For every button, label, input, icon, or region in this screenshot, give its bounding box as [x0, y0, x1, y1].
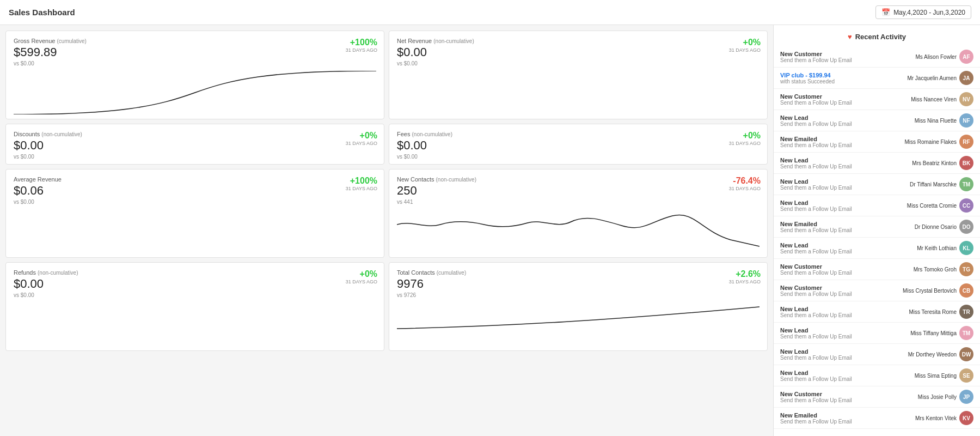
avatar-wrap: Miss Tiffany Mittiga TM	[908, 326, 973, 340]
avatar-name: Ms Alison Fowler	[915, 54, 957, 60]
sidebar-title: Recent Activity	[855, 33, 906, 41]
metric-label-discounts: Discounts (non-cumulative)	[14, 131, 376, 137]
activity-item: New Customer Send them a Follow Up Email…	[774, 46, 980, 68]
activity-type: New Lead	[780, 348, 908, 355]
page-title: Sales Dashboard	[9, 8, 75, 17]
metric-label-gross-revenue: Gross Revenue (cumulative)	[14, 38, 376, 44]
metric-card-refunds: Refunds (non-cumulative) $0.00 vs $0.00 …	[5, 262, 384, 351]
chart-gross-revenue	[14, 71, 376, 114]
activity-type: New Customer	[780, 391, 908, 397]
chart-total-contacts	[397, 302, 759, 346]
activity-item: New Lead Send them a Follow Up Email Dr …	[774, 174, 980, 195]
metric-vs-average-revenue: vs $0.00	[14, 199, 376, 205]
avatar: DW	[959, 347, 973, 361]
sidebar-header: ♥ Recent Activity	[774, 31, 980, 46]
activity-type: New Customer	[780, 51, 908, 57]
avatar-wrap: Dr Tiffani Marschke TM	[908, 177, 973, 191]
metric-vs-discounts: vs $0.00	[14, 154, 376, 160]
avatar: CB	[959, 283, 973, 298]
avatar-name: Miss Nina Fluette	[915, 118, 957, 124]
date-range-label: May,4,2020 - Jun,3,2020	[893, 9, 965, 16]
metric-value-refunds: $0.00	[14, 277, 376, 291]
avatar-name: Mrs Tomoko Groh	[914, 267, 957, 272]
metric-label-refunds: Refunds (non-cumulative)	[14, 269, 376, 276]
avatar: CC	[959, 198, 973, 213]
heart-icon: ♥	[848, 33, 852, 41]
avatar-wrap: Mr Dorthey Weedon DW	[908, 347, 973, 361]
metric-badge-total-contacts: +2.6% 31 DAYS AGO	[729, 269, 761, 284]
avatar-name: Miss Sima Epting	[915, 373, 957, 379]
avatar-name: Mrs Beatriz Kinton	[912, 160, 957, 166]
avatar-name: Mrs Kenton Vitek	[915, 415, 957, 421]
metric-vs-new-contacts: vs 441	[397, 199, 759, 205]
avatar-wrap: Miss Romaine Flakes RF	[904, 135, 973, 149]
activity-item: New Customer Send them a Follow Up Email…	[774, 280, 980, 301]
activity-info: New Lead Send them a Follow Up Email	[780, 348, 908, 361]
avatar: NV	[959, 92, 973, 106]
avatar-wrap: Ms Alison Fowler AF	[908, 50, 973, 64]
avatar-name: Miss Tiffany Mittiga	[910, 330, 957, 336]
metric-badge-new-contacts: -76.4% 31 DAYS AGO	[729, 176, 761, 191]
activity-info: New Customer Send them a Follow Up Email	[780, 391, 908, 403]
badge-sub-fees: 31 DAYS AGO	[729, 141, 761, 146]
metric-card-discounts: Discounts (non-cumulative) $0.00 vs $0.0…	[5, 124, 384, 165]
metric-label-fees: Fees (non-cumulative)	[397, 131, 759, 137]
activity-sub: Send them a Follow Up Email	[780, 164, 908, 169]
date-range-picker[interactable]: 📅 May,4,2020 - Jun,3,2020	[875, 5, 971, 19]
succeeded-badge: Succeeded	[807, 78, 835, 84]
activity-info: New Emailed Send them a Follow Up Email	[780, 136, 904, 148]
activity-info: New Customer Send them a Follow Up Email	[780, 263, 908, 276]
avatar: RF	[959, 135, 973, 149]
metric-value-fees: $0.00	[397, 138, 759, 153]
sidebar: ♥ Recent Activity New Customer Send them…	[773, 25, 980, 436]
activity-type: New Lead	[780, 199, 907, 206]
badge-sub-discounts: 31 DAYS AGO	[346, 141, 377, 146]
activity-sub: Send them a Follow Up Email	[780, 142, 904, 148]
avatar: JA	[959, 71, 973, 85]
metric-card-net-revenue: Net Revenue (non-cumulative) $0.00 vs $0…	[389, 31, 768, 119]
avatar-name: Miss Josie Polly	[918, 394, 957, 400]
badge-sub-new-contacts: 31 DAYS AGO	[729, 186, 761, 191]
avatar-name: Mr Dorthey Weedon	[908, 352, 957, 358]
activity-type: New Lead	[780, 327, 908, 334]
metric-vs-total-contacts: vs 9726	[397, 292, 759, 298]
badge-sub-refunds: 31 DAYS AGO	[346, 279, 377, 284]
metric-label-net-revenue: Net Revenue (non-cumulative)	[397, 38, 759, 44]
avatar-wrap: Mr Keith Lothian KL	[908, 241, 973, 255]
badge-pct-fees: +0%	[743, 131, 761, 141]
metric-card-new-contacts: New Contacts (non-cumulative) 250 vs 441…	[389, 169, 768, 258]
activity-info: New Customer Send them a Follow Up Email	[780, 93, 908, 106]
activity-info: New Emailed Send them a Follow Up Email	[780, 221, 908, 233]
activity-type: New Lead	[780, 114, 908, 121]
activity-info: VIP club - $199.94 with status Succeeded	[780, 72, 907, 84]
activity-sub: Send them a Follow Up Email	[780, 185, 908, 191]
activity-sub: with status Succeeded	[780, 78, 907, 84]
metric-label-new-contacts: New Contacts (non-cumulative)	[397, 176, 759, 183]
activity-item: New Lead Send them a Follow Up Email Mis…	[774, 110, 980, 131]
avatar: BK	[959, 156, 973, 170]
avatar: KV	[959, 411, 973, 425]
activity-info: New Lead Send them a Follow Up Email	[780, 157, 908, 169]
activity-type: New Emailed	[780, 136, 904, 142]
activity-sub: Send them a Follow Up Email	[780, 419, 908, 425]
avatar-name: Mr Keith Lothian	[917, 245, 957, 251]
activity-info: New Lead Send them a Follow Up Email	[780, 327, 908, 340]
activity-info: New Emailed Send them a Follow Up Email	[780, 412, 908, 425]
badge-sub-average-revenue: 31 DAYS AGO	[346, 186, 377, 191]
dashboard-area: Gross Revenue (cumulative) $599.89 vs $0…	[0, 25, 773, 436]
activity-type: New Lead	[780, 370, 908, 376]
activity-item: VIP club - $199.94 with status Succeeded…	[774, 68, 980, 89]
activity-link[interactable]: VIP club - $199.94	[780, 72, 831, 78]
avatar-wrap: Miss Josie Polly JP	[908, 390, 973, 404]
activity-item: New Lead Send them a Follow Up Email Mis…	[774, 301, 980, 323]
activity-item: New Customer Send them a Follow Up Email…	[774, 259, 980, 280]
activity-info: New Lead Send them a Follow Up Email	[780, 370, 908, 382]
badge-sub-total-contacts: 31 DAYS AGO	[729, 279, 761, 284]
activity-info: New Lead Send them a Follow Up Email	[780, 114, 908, 127]
activity-item: New Lead Send them a Follow Up Email Mr …	[774, 238, 980, 259]
avatar-wrap: Mr Jacquelin Aumen JA	[907, 71, 973, 85]
activity-info: New Lead Send them a Follow Up Email	[780, 242, 908, 255]
metric-card-gross-revenue: Gross Revenue (cumulative) $599.89 vs $0…	[5, 31, 384, 119]
badge-pct-gross-revenue: +100%	[350, 38, 377, 47]
avatar-wrap: Miss Coretta Cromie CC	[907, 198, 973, 213]
